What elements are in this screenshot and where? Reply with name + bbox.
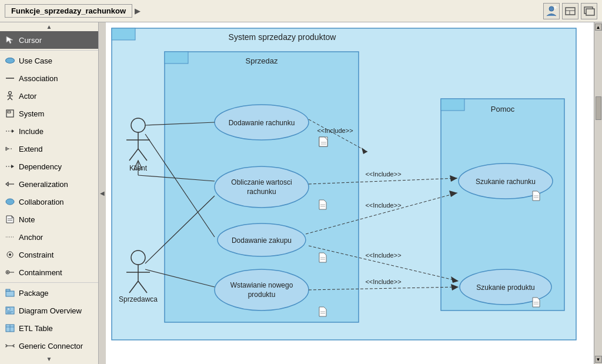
association-icon	[5, 73, 15, 84]
extend-label: Extend	[19, 145, 42, 153]
diagram-overview-icon	[5, 305, 15, 316]
constraint-label: Constraint	[19, 251, 53, 259]
extend-icon	[5, 143, 15, 154]
diagram-overview-label: Diagram Overview	[19, 306, 82, 315]
scroll-down-button[interactable]: ▼	[595, 356, 602, 363]
note-label: Note	[19, 215, 35, 224]
sidebar: ▲ Cursor Use Case Association	[0, 22, 99, 364]
sidebar-item-package[interactable]: Package	[0, 284, 98, 302]
sidebar-item-cursor[interactable]: Cursor	[0, 31, 98, 49]
usecase-szukanie-rachunku: Szukanie rachunku	[476, 178, 536, 186]
diagram-tab[interactable]: Funkcje_sprzedazy_rachunkow	[5, 4, 132, 18]
usecase-obliczanie2: rachunku	[247, 188, 276, 196]
cursor-label: Cursor	[19, 36, 42, 45]
svg-rect-35	[6, 291, 14, 296]
system-icon	[5, 108, 15, 119]
sidebar-item-actor[interactable]: Actor	[0, 87, 98, 105]
sidebar-item-containment[interactable]: Containment	[0, 263, 98, 281]
scroll-up-button[interactable]: ▲	[595, 24, 602, 31]
usecase-wstawianie: Wstawianie nowego	[230, 281, 293, 289]
include-label-2: <<Include>>	[365, 171, 401, 178]
sidebar-item-include[interactable]: Include	[0, 122, 98, 140]
svg-point-9	[9, 92, 12, 95]
sidebar-scroll-down[interactable]: ▼	[0, 355, 98, 363]
include-label-3: <<Include>>	[365, 202, 401, 209]
svg-marker-21	[11, 165, 14, 168]
user-icon[interactable]: 9+	[543, 3, 560, 19]
svg-rect-52	[441, 99, 464, 111]
top-icons: 9+	[543, 3, 597, 19]
containment-icon	[5, 267, 15, 278]
svg-text:9+: 9+	[554, 5, 557, 10]
layout-icon[interactable]	[562, 3, 578, 19]
vertical-scrollbar[interactable]: ▲ ▼	[594, 22, 602, 364]
svg-marker-23	[6, 182, 8, 186]
svg-point-0	[549, 6, 554, 11]
svg-marker-25	[6, 216, 14, 223]
sidebar-item-system[interactable]: System	[0, 105, 98, 122]
etl-table-icon	[5, 323, 15, 333]
main-layout: ▲ Cursor Use Case Association	[0, 22, 602, 364]
svg-rect-50	[165, 52, 188, 64]
actor-label: Actor	[19, 92, 36, 101]
sidebar-collapse[interactable]: ◀	[99, 22, 106, 364]
svg-rect-2	[566, 8, 575, 15]
usecase-label: Use Case	[19, 56, 52, 65]
sidebar-item-extend[interactable]: Extend	[0, 140, 98, 158]
include-label: Include	[19, 127, 44, 136]
collaboration-icon	[5, 196, 15, 207]
containment-label: Containment	[19, 268, 62, 277]
sidebar-item-usecase[interactable]: Use Case	[0, 52, 98, 69]
include-label-1: <<Include>>	[317, 127, 353, 134]
sidebar-item-collaboration[interactable]: Collaboration	[0, 193, 98, 211]
svg-point-30	[9, 253, 11, 256]
package-label: Package	[19, 289, 49, 298]
note-icon	[5, 214, 15, 225]
svg-rect-6	[586, 9, 594, 15]
sidebar-item-dependency[interactable]: Dependency	[0, 158, 98, 175]
window-icon[interactable]	[581, 3, 597, 19]
etl-table-label: ETL Table	[19, 324, 53, 333]
constraint-icon	[5, 249, 15, 260]
sidebar-item-association[interactable]: Association	[0, 69, 98, 87]
generic-connector-label: Generic Connector	[19, 342, 83, 350]
svg-point-24	[6, 199, 14, 205]
pomoc-label: Pomoc	[491, 105, 515, 113]
svg-line-13	[10, 98, 12, 100]
tab-arrow: ▶	[135, 7, 140, 15]
svg-point-66	[215, 269, 309, 310]
dependency-icon	[5, 161, 15, 172]
sidebar-scroll-up[interactable]: ▲	[0, 22, 98, 31]
svg-point-64	[215, 166, 309, 208]
sidebar-item-generic[interactable]: Generic Connector	[0, 337, 98, 355]
svg-marker-7	[6, 36, 13, 44]
generalization-icon	[5, 179, 15, 189]
svg-rect-38	[7, 308, 10, 310]
sidebar-item-constraint[interactable]: Constraint	[0, 246, 98, 263]
sidebar-item-anchor[interactable]: Anchor	[0, 228, 98, 246]
include-label-5: <<Include>>	[365, 252, 401, 259]
canvas-area[interactable]: System sprzedazy produktow Sprzedaz Pomo…	[106, 22, 602, 364]
svg-rect-48	[112, 28, 135, 40]
svg-marker-17	[12, 129, 14, 133]
sprzedawca-label: Sprzedawca	[119, 295, 158, 303]
outer-system-label: System sprzedazy produktow	[229, 32, 337, 42]
usecase-dodawanie-rachunku: Dodawanie rachunku	[229, 119, 295, 127]
usecase-icon	[5, 55, 15, 66]
usecase-obliczanie: Obliczanie wartosci	[231, 178, 292, 186]
sidebar-item-generalization[interactable]: Generalization	[0, 175, 98, 193]
package-icon	[5, 288, 15, 298]
sidebar-item-diagram-overview[interactable]: Diagram Overview	[0, 302, 98, 319]
include-label-4: <<Include>>	[365, 278, 401, 285]
diagram-title-area: Funkcje_sprzedazy_rachunkow ▶	[5, 4, 140, 18]
diagram-svg: System sprzedazy produktow Sprzedaz Pomo…	[106, 22, 588, 352]
usecase-wstawianie2: produktu	[248, 290, 276, 299]
sidebar-item-etl-table[interactable]: ETL Table	[0, 319, 98, 337]
dependency-label: Dependency	[19, 162, 62, 171]
svg-rect-15	[8, 111, 11, 113]
actor-icon	[5, 91, 15, 101]
svg-rect-36	[6, 289, 10, 291]
sidebar-item-note[interactable]: Note	[0, 211, 98, 228]
scroll-thumb[interactable]	[596, 96, 601, 120]
generalization-label: Generalization	[19, 180, 68, 189]
